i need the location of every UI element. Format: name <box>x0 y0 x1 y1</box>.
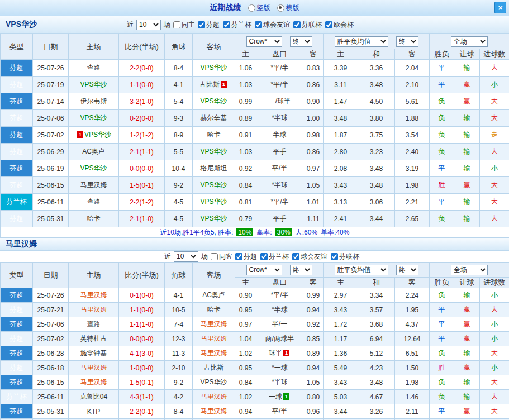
corners-cell: 4-5 <box>165 194 193 211</box>
away-team-name: VPS华沙 <box>200 198 227 206</box>
home-team-name: 马里汉姆 <box>80 364 107 371</box>
match-date-cell: 25-07-02 <box>33 332 69 346</box>
handicap-value: *一球 <box>272 364 288 371</box>
checkbox-input[interactable] <box>211 253 218 260</box>
let-ball-result-cell: 赢 <box>454 361 480 375</box>
same-away-checkbox[interactable]: 同客 <box>211 252 232 261</box>
league-checkbox-label: 芬兰杯 <box>231 20 251 30</box>
checkbox-input[interactable] <box>223 21 230 28</box>
checkbox-input[interactable] <box>292 253 299 260</box>
avg-odds-select[interactable]: 胜平负均值 <box>335 36 388 47</box>
col-home: 主场 <box>69 34 119 60</box>
let-ball-result-cell: 赢 <box>454 404 480 419</box>
league-checkbox[interactable]: 芬兰杯 <box>223 20 251 30</box>
league-checkbox-label: 球会友谊 <box>263 20 290 30</box>
league-checkbox[interactable]: 欧会杯 <box>325 20 354 30</box>
league-type-cell: 芬兰杯 <box>1 194 33 211</box>
match-row: 芬超25-07-02英特杜古0-0(0-0)12-3马里汉姆1.04两/两球半0… <box>1 332 509 346</box>
home-team-name: 哈卡 <box>87 214 101 222</box>
avg-draw-odds: 4.23 <box>358 361 395 375</box>
close-button[interactable]: × <box>494 2 506 13</box>
home-team-name: VPS华沙 <box>80 80 107 88</box>
corners-cell: 4-1 <box>165 77 193 93</box>
home-team-name: 马里汉姆 <box>80 291 107 299</box>
checkbox-input[interactable] <box>235 253 242 260</box>
match-row: 芬兰杯25-06-11查路2-2(1-2)4-5VPS华沙0.81*平/半1.0… <box>1 194 509 211</box>
odds-final-select[interactable]: 终 <box>290 265 312 275</box>
league-checkbox[interactable]: 芬超 <box>235 252 257 261</box>
league-type-cell: 芬超 <box>1 375 33 390</box>
col-home: 主场 <box>69 262 119 288</box>
avg-home-odds: 5.03 <box>324 390 358 404</box>
checkbox-input[interactable] <box>331 253 338 260</box>
score-cell: 4-1(3-0) <box>119 346 165 361</box>
handicap-away-odds: 0.86 <box>303 77 324 93</box>
score-cell: 0-2(0-0) <box>119 110 165 127</box>
scope-select[interactable]: 全场 <box>451 265 488 275</box>
home-team-cell: 马里汉姆 <box>69 375 119 390</box>
result-cell: 胜 <box>430 361 454 375</box>
scope-select[interactable]: 全场 <box>451 36 488 47</box>
avg-home-odds: 1.87 <box>324 127 358 144</box>
checkbox-input[interactable] <box>260 253 268 260</box>
checkbox-input[interactable] <box>198 21 205 28</box>
avg-draw-odds: 3.44 <box>358 211 395 227</box>
score-cell: 1-5(0-1) <box>119 177 165 194</box>
handicap-home-odds: 0.90 <box>235 288 256 303</box>
col-odds-home: 主 <box>235 278 256 288</box>
league-type-cell: 芬超 <box>1 60 33 77</box>
handicap-value: 半球 <box>273 131 287 139</box>
match-row: 芬超25-07-21马里汉姆1-1(0-0)10-5哈卡0.95*半球0.943… <box>1 303 509 317</box>
score-cell: 1-1(0-0) <box>119 77 165 93</box>
league-checkbox[interactable]: 芬联杯 <box>293 20 322 30</box>
home-team-name: 查路 <box>87 320 101 328</box>
col-odds-away: 客 <box>303 49 324 60</box>
checkbox-input[interactable] <box>325 21 332 28</box>
result-cell: 负 <box>430 288 454 303</box>
league-checkbox[interactable]: 球会友谊 <box>255 20 290 30</box>
checkbox-input[interactable] <box>255 21 262 28</box>
matches-table: 类型 日期 主场 比分(半场) 角球 客场 Crow* 终 胜平负均值 <box>0 34 509 238</box>
league-checkbox[interactable]: 芬联杯 <box>331 252 359 261</box>
checkbox-input[interactable] <box>293 21 301 28</box>
match-date-cell: 25-06-28 <box>33 346 69 361</box>
home-team-cell: 克鲁比04 <box>69 390 119 404</box>
checkbox-input[interactable] <box>173 21 180 28</box>
league-type-cell: 芬超 <box>1 288 33 303</box>
avg-odds-select[interactable]: 胜平负均值 <box>335 265 388 275</box>
handicap-cell: *半球 <box>256 375 303 390</box>
avg-away-odds: 2.24 <box>395 288 430 303</box>
layout-radio-vertical[interactable]: 竖版 <box>248 3 270 13</box>
avg-away-odds: 12.64 <box>395 332 430 346</box>
result-cell: 负 <box>430 127 454 144</box>
col-type: 类型 <box>1 262 33 288</box>
league-checkbox[interactable]: 芬兰杯 <box>260 252 289 261</box>
away-team-cell: 格尼斯坦 <box>193 160 235 177</box>
recent-count-select[interactable]: 10 <box>174 251 198 262</box>
odds-company-select[interactable]: Crow* <box>246 36 282 47</box>
section-title-bar: 马里汉姆 <box>0 238 509 251</box>
avg-home-odds: 5.49 <box>324 361 358 375</box>
home-team-name: 英特杜古 <box>80 335 107 342</box>
away-team-name: VPS华沙 <box>200 64 227 71</box>
match-row: 芬超25-07-19VPS华沙1-1(0-0)4-1古比斯11.03*平/半0.… <box>1 77 509 93</box>
avg-final-select[interactable]: 终 <box>396 36 418 47</box>
avg-draw-odds: 3.06 <box>358 194 395 211</box>
radio-checked-icon <box>277 4 284 12</box>
match-date-cell: 25-06-11 <box>33 390 69 404</box>
score-cell: 0-0(0-0) <box>119 332 165 346</box>
handicap-value: 一球 <box>269 393 282 400</box>
league-checkbox[interactable]: 球会友谊 <box>292 252 327 261</box>
odds-company-select[interactable]: Crow* <box>246 265 282 275</box>
odds-final-select[interactable]: 终 <box>290 36 312 47</box>
same-home-checkbox[interactable]: 同主 <box>173 20 195 30</box>
league-checkbox[interactable]: 芬超 <box>198 20 220 30</box>
section-team-name: 马里汉姆 <box>6 239 37 249</box>
avg-final-select[interactable]: 终 <box>396 265 418 275</box>
layout-radio-horizontal[interactable]: 横版 <box>277 3 299 13</box>
score-cell: 2-1(1-1) <box>119 144 165 160</box>
league-checkbox-label: 芬兰杯 <box>269 252 289 261</box>
league-type-cell: 芬超 <box>1 110 33 127</box>
recent-count-select[interactable]: 10 <box>136 20 161 30</box>
avg-away-odds: 1.88 <box>395 110 430 127</box>
